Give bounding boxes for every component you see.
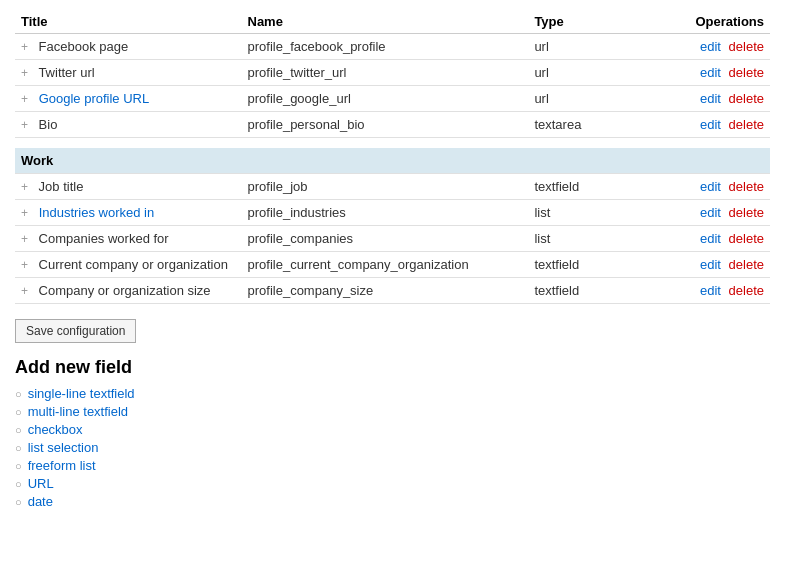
field-name-cell: profile_google_url xyxy=(242,86,529,112)
table-row: + Industries worked in profile_industrie… xyxy=(15,200,770,226)
header-operations: Operations xyxy=(619,10,770,34)
add-field-link[interactable]: multi-line textfield xyxy=(28,404,128,419)
add-field-list-item: ○ single-line textfield xyxy=(15,386,770,401)
drag-handle-icon[interactable]: + xyxy=(21,66,35,80)
add-field-link[interactable]: list selection xyxy=(28,440,99,455)
edit-link[interactable]: edit xyxy=(700,91,721,106)
bullet-icon: ○ xyxy=(15,496,22,508)
field-title-cell: + Twitter url xyxy=(15,60,242,86)
edit-link[interactable]: edit xyxy=(700,283,721,298)
edit-link[interactable]: edit xyxy=(700,179,721,194)
add-field-list-item: ○ freeform list xyxy=(15,458,770,473)
field-operations-cell: edit delete xyxy=(619,200,770,226)
add-field-list-item: ○ checkbox xyxy=(15,422,770,437)
save-configuration-button[interactable]: Save configuration xyxy=(15,319,136,343)
add-field-list-item: ○ multi-line textfield xyxy=(15,404,770,419)
bullet-icon: ○ xyxy=(15,442,22,454)
field-name-cell: profile_current_company_organization xyxy=(242,252,529,278)
field-title-cell: + Companies worked for xyxy=(15,226,242,252)
field-name-cell: profile_facebook_profile xyxy=(242,34,529,60)
edit-link[interactable]: edit xyxy=(700,65,721,80)
field-operations-cell: edit delete xyxy=(619,112,770,138)
add-field-link[interactable]: freeform list xyxy=(28,458,96,473)
drag-handle-icon[interactable]: + xyxy=(21,284,35,298)
add-field-list-item: ○ date xyxy=(15,494,770,509)
delete-link[interactable]: delete xyxy=(729,65,764,80)
bullet-icon: ○ xyxy=(15,388,22,400)
edit-link[interactable]: edit xyxy=(700,257,721,272)
delete-link[interactable]: delete xyxy=(729,283,764,298)
edit-link[interactable]: edit xyxy=(700,231,721,246)
field-title-cell: + Industries worked in xyxy=(15,200,242,226)
table-row: + Google profile URL profile_google_url … xyxy=(15,86,770,112)
field-name-cell: profile_personal_bio xyxy=(242,112,529,138)
add-field-link[interactable]: single-line textfield xyxy=(28,386,135,401)
field-name-cell: profile_twitter_url xyxy=(242,60,529,86)
add-field-list-item: ○ list selection xyxy=(15,440,770,455)
drag-handle-icon[interactable]: + xyxy=(21,232,35,246)
table-row: + Companies worked for profile_companies… xyxy=(15,226,770,252)
table-row: + Company or organization size profile_c… xyxy=(15,278,770,304)
field-type-cell: textfield xyxy=(528,252,619,278)
add-field-link[interactable]: date xyxy=(28,494,53,509)
field-operations-cell: edit delete xyxy=(619,174,770,200)
drag-handle-icon[interactable]: + xyxy=(21,206,35,220)
field-name-cell: profile_companies xyxy=(242,226,529,252)
field-title-cell: + Company or organization size xyxy=(15,278,242,304)
delete-link[interactable]: delete xyxy=(729,117,764,132)
add-field-list: ○ single-line textfield ○ multi-line tex… xyxy=(15,386,770,509)
field-operations-cell: edit delete xyxy=(619,86,770,112)
delete-link[interactable]: delete xyxy=(729,39,764,54)
field-operations-cell: edit delete xyxy=(619,278,770,304)
add-field-list-item: ○ URL xyxy=(15,476,770,491)
drag-handle-icon[interactable]: + xyxy=(21,258,35,272)
table-row: + Bio profile_personal_bio textarea edit… xyxy=(15,112,770,138)
table-row: + Facebook page profile_facebook_profile… xyxy=(15,34,770,60)
header-name: Name xyxy=(242,10,529,34)
field-type-cell: list xyxy=(528,200,619,226)
field-operations-cell: edit delete xyxy=(619,60,770,86)
field-title-link[interactable]: Industries worked in xyxy=(39,205,155,220)
add-field-link[interactable]: URL xyxy=(28,476,54,491)
add-field-link[interactable]: checkbox xyxy=(28,422,83,437)
field-type-cell: textfield xyxy=(528,278,619,304)
bullet-icon: ○ xyxy=(15,406,22,418)
field-title-cell: + Google profile URL xyxy=(15,86,242,112)
add-new-field-section: Add new field ○ single-line textfield ○ … xyxy=(15,357,770,509)
field-operations-cell: edit delete xyxy=(619,34,770,60)
bullet-icon: ○ xyxy=(15,460,22,472)
table-row: + Job title profile_job textfield edit d… xyxy=(15,174,770,200)
field-type-cell: textfield xyxy=(528,174,619,200)
bullet-icon: ○ xyxy=(15,478,22,490)
drag-handle-icon[interactable]: + xyxy=(21,40,35,54)
header-title: Title xyxy=(15,10,242,34)
table-row: + Twitter url profile_twitter_url url ed… xyxy=(15,60,770,86)
fields-table: Title Name Type Operations + Facebook pa… xyxy=(15,10,770,304)
delete-link[interactable]: delete xyxy=(729,179,764,194)
delete-link[interactable]: delete xyxy=(729,205,764,220)
edit-link[interactable]: edit xyxy=(700,39,721,54)
edit-link[interactable]: edit xyxy=(700,205,721,220)
add-new-field-title: Add new field xyxy=(15,357,770,378)
field-title-cell: + Job title xyxy=(15,174,242,200)
field-title-link[interactable]: Google profile URL xyxy=(39,91,150,106)
field-type-cell: url xyxy=(528,34,619,60)
group-label: Work xyxy=(15,148,770,174)
drag-handle-icon[interactable]: + xyxy=(21,118,35,132)
field-name-cell: profile_company_size xyxy=(242,278,529,304)
field-operations-cell: edit delete xyxy=(619,226,770,252)
drag-handle-icon[interactable]: + xyxy=(21,180,35,194)
delete-link[interactable]: delete xyxy=(729,91,764,106)
field-type-cell: textarea xyxy=(528,112,619,138)
field-title-cell: + Current company or organization xyxy=(15,252,242,278)
edit-link[interactable]: edit xyxy=(700,117,721,132)
drag-handle-icon[interactable]: + xyxy=(21,92,35,106)
header-type: Type xyxy=(528,10,619,34)
field-name-cell: profile_industries xyxy=(242,200,529,226)
table-row: + Current company or organization profil… xyxy=(15,252,770,278)
delete-link[interactable]: delete xyxy=(729,231,764,246)
field-type-cell: list xyxy=(528,226,619,252)
group-header-work: Work xyxy=(15,148,770,174)
delete-link[interactable]: delete xyxy=(729,257,764,272)
field-type-cell: url xyxy=(528,86,619,112)
